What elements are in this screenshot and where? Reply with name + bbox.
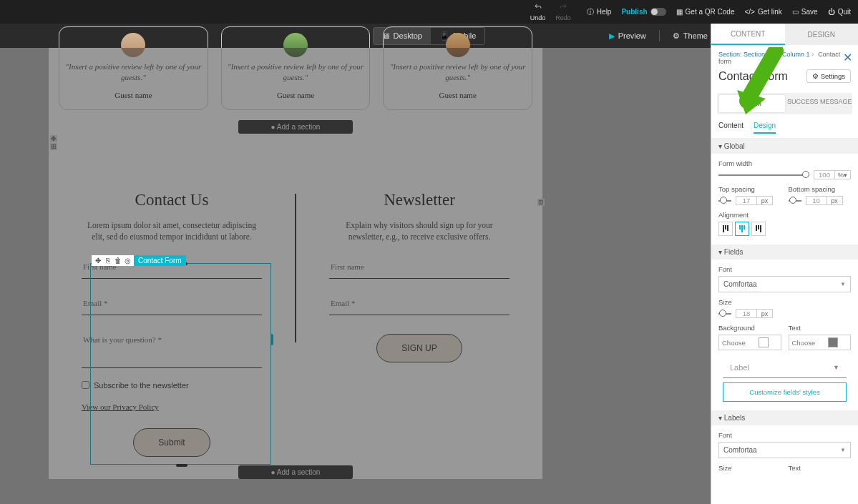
- px-unit: px: [756, 310, 772, 317]
- redo-button[interactable]: Redo: [555, 3, 571, 21]
- quit-button[interactable]: ⏻ Quit: [828, 8, 851, 16]
- copy-icon[interactable]: ⎘: [104, 257, 112, 265]
- move-icon[interactable]: ✥: [94, 257, 102, 265]
- font-select[interactable]: Comfortaa▼: [718, 276, 851, 292]
- form-success-tabs: FORM SUCCESS MESSAGE: [717, 93, 852, 114]
- testimonial-quote: "Insert a positive review left by one of…: [389, 61, 526, 84]
- labels-text-label: Text: [789, 464, 852, 472]
- form-width-input[interactable]: [814, 171, 834, 179]
- ruler-right-icon[interactable]: ⊟: [537, 199, 545, 206]
- grid-icon[interactable]: ⊞: [50, 143, 57, 150]
- theme-icon: ⚙: [673, 31, 680, 41]
- move-icon[interactable]: ✥: [50, 135, 57, 142]
- add-section-button[interactable]: ● Add a section: [238, 465, 353, 479]
- newsletter-desc: Explain why visitors should sign up for …: [329, 219, 510, 242]
- tab-content[interactable]: CONTENT: [711, 24, 785, 45]
- publish-toggle[interactable]: Publish: [621, 8, 666, 16]
- crumb-section[interactable]: Section: Section 13: [718, 51, 774, 58]
- chevron-down-icon: ▼: [840, 281, 846, 287]
- qr-button[interactable]: ▦ Get a QR Code: [676, 8, 735, 16]
- form-tab[interactable]: FORM: [719, 95, 785, 112]
- bottom-spacing-input[interactable]: [806, 197, 827, 204]
- section-labels[interactable]: ▾ Labels: [711, 410, 858, 425]
- save-button[interactable]: ▭ Save: [792, 8, 818, 16]
- avatar: [446, 33, 470, 57]
- settings-button[interactable]: ⚙ Settings: [806, 69, 851, 83]
- subscribe-row[interactable]: Subscribe to the newsletter: [82, 381, 262, 390]
- chevron-down-icon: ▼: [840, 447, 846, 453]
- avatar: [283, 33, 308, 57]
- size-slider[interactable]: [718, 313, 731, 315]
- breadcrumb: Section: Section 13› Column 1› Contact f…: [711, 45, 858, 68]
- top-spacing-label: Top spacing: [718, 185, 781, 193]
- top-spacing-input[interactable]: [736, 197, 756, 204]
- link-icon: </>: [744, 8, 754, 16]
- selection-label: Contact Form: [134, 255, 186, 266]
- privacy-policy-link[interactable]: View our Privacy Policy: [82, 402, 159, 411]
- customize-fields-button[interactable]: Customize fields' styles: [723, 382, 847, 402]
- testimonial-card[interactable]: "Insert a positive review left by one of…: [221, 26, 371, 110]
- avatar: [121, 33, 145, 57]
- color-swatch: [828, 337, 838, 347]
- toggle-off-icon: [650, 8, 666, 16]
- preview-button[interactable]: ▶ Preview: [609, 31, 646, 41]
- form-width-slider[interactable]: [718, 174, 809, 176]
- size-input[interactable]: [736, 310, 756, 317]
- submit-button[interactable]: Submit: [133, 428, 210, 457]
- text-color-picker[interactable]: Choose: [789, 335, 852, 350]
- nl-first-name-field[interactable]: First name: [329, 255, 510, 279]
- align-center-button[interactable]: [735, 222, 749, 236]
- hide-icon[interactable]: ◎: [124, 257, 132, 265]
- gear-icon: ⚙: [812, 72, 819, 80]
- labels-size-label: Size: [718, 464, 781, 472]
- px-unit: px: [827, 197, 842, 204]
- close-icon[interactable]: ✕: [843, 51, 852, 64]
- crumb-column[interactable]: Column 1: [782, 51, 810, 58]
- top-bar: Undo Redo ⓘ Help Publish ▦ Get a QR Code…: [0, 0, 858, 24]
- subtab-content[interactable]: Content: [718, 122, 744, 134]
- contact-title: Contact Us: [82, 191, 262, 209]
- properties-panel: CONTENT DESIGN ✕ Section: Section 13› Co…: [711, 24, 858, 504]
- px-unit: px: [756, 197, 772, 204]
- question-field[interactable]: What is your question? *: [82, 328, 262, 368]
- testimonial-card[interactable]: "Insert a positive review left by one of…: [383, 26, 532, 110]
- resize-handle-right[interactable]: [270, 334, 273, 345]
- resize-handle-bottom[interactable]: [176, 464, 187, 467]
- align-right-button[interactable]: [751, 222, 766, 236]
- testimonial-quote: "Insert a positive review left by one of…: [228, 61, 364, 84]
- form-width-label: Form width: [718, 159, 851, 167]
- nl-email-field[interactable]: Email *: [329, 292, 510, 315]
- success-message-tab[interactable]: SUCCESS MESSAGE: [787, 93, 853, 114]
- help-icon: ⓘ: [587, 7, 594, 17]
- bottom-spacing-slider[interactable]: [789, 200, 801, 202]
- testimonials-row: "Insert a positive review left by one of…: [49, 26, 542, 117]
- top-spacing-slider[interactable]: [718, 200, 731, 202]
- form-width-unit[interactable]: % ▾: [834, 171, 850, 179]
- subtab-design[interactable]: Design: [754, 122, 776, 134]
- alignment-label: Alignment: [718, 211, 851, 219]
- content-design-subtabs: Content Design: [711, 122, 858, 139]
- add-section-button[interactable]: ● Add a section: [238, 120, 353, 134]
- align-left-button[interactable]: [718, 222, 733, 236]
- section-fields[interactable]: ▾ Fields: [711, 244, 858, 260]
- get-link-button[interactable]: </> Get link: [744, 8, 781, 16]
- text-label: Text: [789, 324, 852, 332]
- subscribe-checkbox[interactable]: [82, 381, 89, 389]
- testimonial-card[interactable]: "Insert a positive review left by one of…: [59, 26, 208, 110]
- testimonial-quote: "Insert a positive review left by one of…: [65, 61, 202, 84]
- signup-button[interactable]: SIGN UP: [376, 334, 462, 362]
- section-global[interactable]: ▾ Global: [711, 139, 858, 154]
- background-label: Background: [718, 324, 781, 332]
- tab-design[interactable]: DESIGN: [785, 24, 859, 45]
- theme-button[interactable]: ⚙ Theme: [673, 31, 708, 41]
- email-field[interactable]: Email *: [82, 292, 262, 315]
- undo-button[interactable]: Undo: [530, 3, 546, 21]
- labels-font-select[interactable]: Comfortaa▼: [718, 442, 851, 458]
- background-color-picker[interactable]: Choose: [718, 335, 781, 350]
- help-button[interactable]: ⓘ Help: [587, 7, 612, 17]
- save-icon: ▭: [792, 8, 799, 16]
- canvas-area: "Insert a positive review left by one of…: [0, 48, 711, 504]
- guest-name: Guest name: [389, 91, 526, 99]
- delete-icon[interactable]: 🗑: [114, 257, 122, 265]
- size-label: Size: [718, 298, 851, 306]
